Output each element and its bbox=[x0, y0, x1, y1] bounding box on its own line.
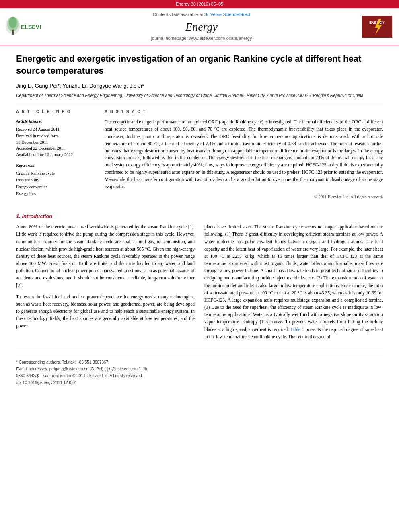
sciverse-link[interactable]: SciVerse ScienceDirect bbox=[204, 12, 250, 17]
svg-text:ELSEVIER: ELSEVIER bbox=[21, 24, 41, 30]
journal-header: ELSEVIER Contents lists available at Sci… bbox=[0, 8, 399, 45]
keywords-label: Keywords: bbox=[16, 163, 97, 169]
journal-title-header: Energy bbox=[45, 19, 358, 35]
keyword-1: Organic Rankine cycle bbox=[16, 170, 97, 177]
article-info-abstract: A R T I C L E I N F O Article history: R… bbox=[16, 104, 383, 200]
introduction-section: 1. Introduction About 80% of the electri… bbox=[16, 213, 383, 344]
abstract-heading: A B S T R A C T bbox=[105, 109, 383, 115]
abstract-col: A B S T R A C T The energetic and exerge… bbox=[105, 109, 383, 200]
intro-number: 1. bbox=[16, 213, 21, 219]
affiliation: Department of Thermal Science and Energy… bbox=[16, 92, 383, 99]
intro-title: Introduction bbox=[22, 213, 52, 219]
body-para-3: plants have limited sizes. The steam Ran… bbox=[204, 223, 383, 340]
keyword-3: Energy conversion bbox=[16, 184, 97, 191]
available-date: Available online 16 January 2012 bbox=[16, 152, 97, 158]
accepted-date: Accepted 22 December 2011 bbox=[16, 145, 97, 152]
top-bar: Energy 38 (2012) 85–95 bbox=[0, 0, 399, 8]
history-label: Article history: bbox=[16, 119, 97, 125]
keyword-4: Exergy loss bbox=[16, 191, 97, 197]
body-left-col: About 80% of the electric power used wor… bbox=[16, 223, 195, 344]
received-date: Received 24 August 2011 bbox=[16, 126, 97, 133]
main-content: Energetic and exergetic investigation of… bbox=[0, 45, 399, 394]
authors-text: Jing Li, Gang Pei*, Yunzhu Li, Dongyue W… bbox=[16, 83, 144, 89]
sciverse-line: Contents lists available at SciVerse Sci… bbox=[45, 12, 358, 18]
doi-line: doi:10.1016/j.energy.2011.12.032 bbox=[16, 380, 383, 386]
abstract-text: The energetic and exergetic performance … bbox=[105, 119, 383, 190]
article-info-heading: A R T I C L E I N F O bbox=[16, 109, 97, 115]
body-columns: About 80% of the electric power used wor… bbox=[16, 223, 383, 344]
received-revised-date: 18 December 2011 bbox=[16, 139, 97, 146]
section-divider bbox=[16, 207, 383, 207]
article-title: Energetic and exergetic investigation of… bbox=[16, 53, 383, 76]
footer-area: * Corresponding authors. Tel./fax: +86 5… bbox=[16, 356, 383, 386]
footer-divider bbox=[16, 350, 383, 350]
intro-heading: 1. Introduction bbox=[16, 213, 383, 220]
received-revised-label: Received in revised form bbox=[16, 133, 97, 139]
keywords-section: Keywords: Organic Rankine cycle Irrevers… bbox=[16, 163, 97, 197]
body-para-1: About 80% of the electric power used wor… bbox=[16, 223, 195, 289]
table1-ref[interactable]: Table 1 bbox=[290, 327, 304, 332]
energy-logo-img: ENERGY bbox=[362, 16, 392, 38]
keyword-2: Irreversibility bbox=[16, 177, 97, 184]
svg-point-4 bbox=[9, 17, 17, 28]
body-right-col: plants have limited sizes. The steam Ran… bbox=[204, 223, 383, 344]
journal-citation: Energy 38 (2012) 85–95 bbox=[176, 2, 224, 6]
corresponding-note: * Corresponding authors. Tel./fax: +86 5… bbox=[16, 359, 383, 365]
authors-line: Jing Li, Gang Pei*, Yunzhu Li, Dongyue W… bbox=[16, 82, 383, 90]
journal-center: Contents lists available at SciVerse Sci… bbox=[45, 12, 358, 41]
contents-text: Contents lists available at bbox=[153, 12, 204, 17]
energy-logo-box: ENERGY bbox=[362, 16, 394, 38]
issn-line: 0360-5442/$ – see front matter © 2011 El… bbox=[16, 373, 383, 379]
article-info-col: A R T I C L E I N F O Article history: R… bbox=[16, 109, 97, 200]
copyright-line: © 2011 Elsevier Ltd. All rights reserved… bbox=[105, 194, 383, 200]
body-para-2: To lessen the fossil fuel and nuclear po… bbox=[16, 293, 195, 330]
elsevier-logo: ELSEVIER bbox=[5, 14, 41, 40]
email-note: E-mail addresses: peigang@ustc.edu.cn (G… bbox=[16, 366, 383, 372]
homepage-line: journal homepage: www.elsevier.com/locat… bbox=[45, 35, 358, 41]
